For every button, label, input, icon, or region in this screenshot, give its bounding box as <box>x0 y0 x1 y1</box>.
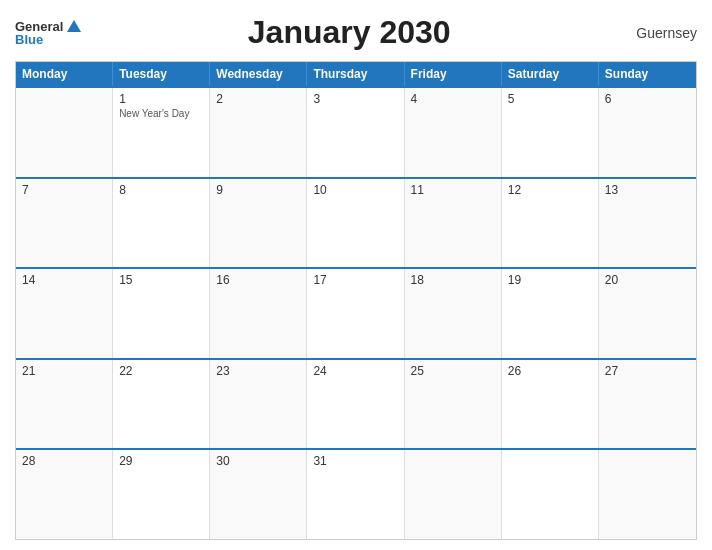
calendar-week-5: 28293031 <box>16 448 696 539</box>
calendar-cell: 26 <box>502 360 599 449</box>
day-number: 10 <box>313 183 397 197</box>
day-number: 31 <box>313 454 397 468</box>
day-number: 29 <box>119 454 203 468</box>
calendar-cell: 19 <box>502 269 599 358</box>
calendar-cell: 17 <box>307 269 404 358</box>
calendar-cell: 6 <box>599 88 696 177</box>
day-number: 6 <box>605 92 690 106</box>
day-number: 22 <box>119 364 203 378</box>
day-number: 23 <box>216 364 300 378</box>
page: General Blue January 2030 Guernsey Monda… <box>0 0 712 550</box>
calendar-cell: 25 <box>405 360 502 449</box>
calendar-title: January 2030 <box>81 14 617 51</box>
calendar-header-friday: Friday <box>405 62 502 86</box>
calendar-cell: 11 <box>405 179 502 268</box>
header: General Blue January 2030 Guernsey <box>15 10 697 55</box>
day-number: 13 <box>605 183 690 197</box>
calendar-header-thursday: Thursday <box>307 62 404 86</box>
day-number: 21 <box>22 364 106 378</box>
calendar-cell: 2 <box>210 88 307 177</box>
day-number: 27 <box>605 364 690 378</box>
day-event: New Year's Day <box>119 108 203 119</box>
logo-blue-text: Blue <box>15 33 43 46</box>
calendar-cell: 28 <box>16 450 113 539</box>
day-number: 28 <box>22 454 106 468</box>
calendar-cell: 4 <box>405 88 502 177</box>
day-number: 25 <box>411 364 495 378</box>
calendar-cell: 20 <box>599 269 696 358</box>
logo: General Blue <box>15 20 81 46</box>
calendar-cell: 10 <box>307 179 404 268</box>
calendar-cell: 12 <box>502 179 599 268</box>
region-label: Guernsey <box>617 25 697 41</box>
calendar-cell <box>405 450 502 539</box>
calendar-cell: 7 <box>16 179 113 268</box>
calendar-cell: 13 <box>599 179 696 268</box>
day-number: 5 <box>508 92 592 106</box>
calendar-header-saturday: Saturday <box>502 62 599 86</box>
logo-triangle-icon <box>67 20 81 32</box>
day-number: 12 <box>508 183 592 197</box>
calendar-cell: 8 <box>113 179 210 268</box>
calendar-header-sunday: Sunday <box>599 62 696 86</box>
day-number: 26 <box>508 364 592 378</box>
calendar-cell: 27 <box>599 360 696 449</box>
calendar-cell: 24 <box>307 360 404 449</box>
calendar-header-monday: Monday <box>16 62 113 86</box>
day-number: 7 <box>22 183 106 197</box>
calendar-body: 1New Year's Day2345678910111213141516171… <box>16 86 696 539</box>
day-number: 9 <box>216 183 300 197</box>
calendar-cell: 31 <box>307 450 404 539</box>
calendar-week-3: 14151617181920 <box>16 267 696 358</box>
calendar-cell: 18 <box>405 269 502 358</box>
calendar-cell: 23 <box>210 360 307 449</box>
day-number: 14 <box>22 273 106 287</box>
day-number: 30 <box>216 454 300 468</box>
calendar-week-4: 21222324252627 <box>16 358 696 449</box>
calendar-week-2: 78910111213 <box>16 177 696 268</box>
calendar-header-tuesday: Tuesday <box>113 62 210 86</box>
calendar: MondayTuesdayWednesdayThursdayFridaySatu… <box>15 61 697 540</box>
day-number: 4 <box>411 92 495 106</box>
calendar-cell: 15 <box>113 269 210 358</box>
calendar-cell <box>16 88 113 177</box>
calendar-cell <box>502 450 599 539</box>
day-number: 8 <box>119 183 203 197</box>
day-number: 15 <box>119 273 203 287</box>
calendar-cell: 16 <box>210 269 307 358</box>
calendar-cell: 5 <box>502 88 599 177</box>
calendar-cell: 30 <box>210 450 307 539</box>
calendar-header-row: MondayTuesdayWednesdayThursdayFridaySatu… <box>16 62 696 86</box>
calendar-header-wednesday: Wednesday <box>210 62 307 86</box>
day-number: 3 <box>313 92 397 106</box>
day-number: 11 <box>411 183 495 197</box>
day-number: 19 <box>508 273 592 287</box>
calendar-cell: 14 <box>16 269 113 358</box>
calendar-cell: 21 <box>16 360 113 449</box>
calendar-cell: 3 <box>307 88 404 177</box>
day-number: 17 <box>313 273 397 287</box>
calendar-cell <box>599 450 696 539</box>
day-number: 1 <box>119 92 203 106</box>
calendar-cell: 1New Year's Day <box>113 88 210 177</box>
calendar-week-1: 1New Year's Day23456 <box>16 86 696 177</box>
calendar-cell: 22 <box>113 360 210 449</box>
day-number: 24 <box>313 364 397 378</box>
day-number: 16 <box>216 273 300 287</box>
calendar-cell: 29 <box>113 450 210 539</box>
day-number: 20 <box>605 273 690 287</box>
calendar-cell: 9 <box>210 179 307 268</box>
logo-general-text: General <box>15 20 63 33</box>
day-number: 2 <box>216 92 300 106</box>
day-number: 18 <box>411 273 495 287</box>
